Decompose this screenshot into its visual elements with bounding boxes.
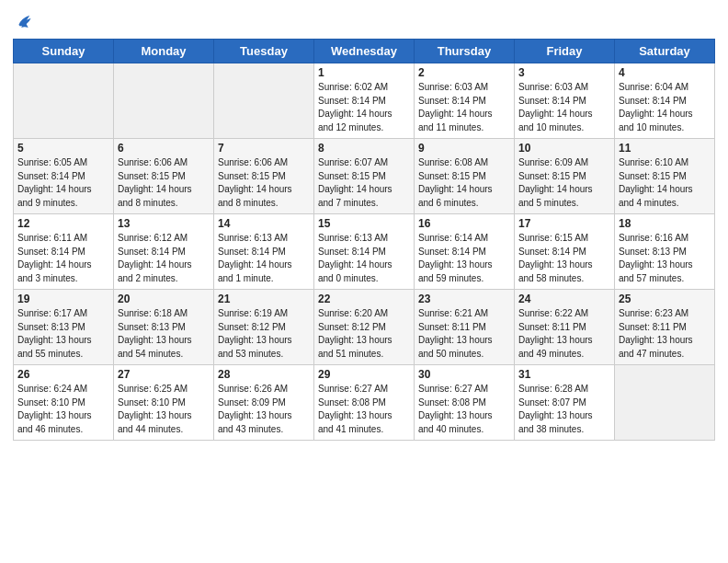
- calendar-week-row: 1Sunrise: 6:02 AM Sunset: 8:14 PM Daylig…: [14, 63, 715, 139]
- day-info: Sunrise: 6:17 AM Sunset: 8:13 PM Dayligh…: [17, 307, 109, 361]
- calendar-cell: 13Sunrise: 6:12 AM Sunset: 8:14 PM Dayli…: [114, 214, 214, 290]
- calendar-cell: 28Sunrise: 6:26 AM Sunset: 8:09 PM Dayli…: [214, 365, 314, 441]
- day-number: 30: [418, 368, 510, 381]
- day-number: 8: [318, 142, 410, 155]
- calendar-cell: 30Sunrise: 6:27 AM Sunset: 8:08 PM Dayli…: [415, 365, 515, 441]
- calendar-cell: 25Sunrise: 6:23 AM Sunset: 8:11 PM Dayli…: [615, 290, 715, 365]
- calendar-cell: 21Sunrise: 6:19 AM Sunset: 8:12 PM Dayli…: [214, 290, 314, 365]
- day-info: Sunrise: 6:22 AM Sunset: 8:11 PM Dayligh…: [518, 307, 610, 361]
- calendar-cell: 7Sunrise: 6:06 AM Sunset: 8:15 PM Daylig…: [214, 139, 314, 214]
- day-info: Sunrise: 6:14 AM Sunset: 8:14 PM Dayligh…: [418, 232, 510, 285]
- weekday-header-tuesday: Tuesday: [214, 40, 314, 63]
- calendar-cell: 23Sunrise: 6:21 AM Sunset: 8:11 PM Dayli…: [415, 290, 515, 365]
- day-info: Sunrise: 6:27 AM Sunset: 8:08 PM Dayligh…: [418, 383, 510, 436]
- calendar-cell: 3Sunrise: 6:03 AM Sunset: 8:14 PM Daylig…: [515, 63, 615, 139]
- day-number: 27: [118, 368, 210, 381]
- day-info: Sunrise: 6:13 AM Sunset: 8:14 PM Dayligh…: [218, 232, 310, 285]
- day-number: 31: [518, 368, 610, 381]
- day-info: Sunrise: 6:21 AM Sunset: 8:11 PM Dayligh…: [418, 307, 510, 361]
- day-info: Sunrise: 6:07 AM Sunset: 8:15 PM Dayligh…: [318, 156, 410, 210]
- day-number: 18: [619, 217, 711, 230]
- day-number: 2: [418, 66, 510, 79]
- day-number: 3: [518, 66, 610, 79]
- day-info: Sunrise: 6:02 AM Sunset: 8:14 PM Dayligh…: [318, 81, 410, 134]
- day-number: 13: [118, 217, 210, 230]
- calendar-cell: 27Sunrise: 6:25 AM Sunset: 8:10 PM Dayli…: [114, 365, 214, 441]
- day-info: Sunrise: 6:12 AM Sunset: 8:14 PM Dayligh…: [118, 232, 210, 285]
- calendar-cell: 20Sunrise: 6:18 AM Sunset: 8:13 PM Dayli…: [114, 290, 214, 365]
- day-number: 16: [418, 217, 510, 230]
- calendar-cell: 31Sunrise: 6:28 AM Sunset: 8:07 PM Dayli…: [515, 365, 615, 441]
- calendar-cell: 2Sunrise: 6:03 AM Sunset: 8:14 PM Daylig…: [415, 63, 515, 139]
- day-number: 22: [318, 293, 410, 305]
- day-info: Sunrise: 6:23 AM Sunset: 8:11 PM Dayligh…: [619, 307, 711, 361]
- day-info: Sunrise: 6:24 AM Sunset: 8:10 PM Dayligh…: [17, 383, 109, 436]
- calendar-cell: 5Sunrise: 6:05 AM Sunset: 8:14 PM Daylig…: [14, 139, 114, 214]
- day-number: 7: [218, 142, 310, 155]
- calendar-cell: 16Sunrise: 6:14 AM Sunset: 8:14 PM Dayli…: [415, 214, 515, 290]
- day-number: 17: [518, 217, 610, 230]
- day-info: Sunrise: 6:04 AM Sunset: 8:14 PM Dayligh…: [619, 81, 711, 134]
- calendar-week-row: 5Sunrise: 6:05 AM Sunset: 8:14 PM Daylig…: [14, 139, 715, 214]
- day-info: Sunrise: 6:06 AM Sunset: 8:15 PM Dayligh…: [118, 156, 210, 210]
- calendar-cell: [615, 365, 715, 441]
- logo: [13, 9, 35, 31]
- day-number: 20: [118, 293, 210, 305]
- calendar-cell: 15Sunrise: 6:13 AM Sunset: 8:14 PM Dayli…: [314, 214, 415, 290]
- calendar-cell: 4Sunrise: 6:04 AM Sunset: 8:14 PM Daylig…: [615, 63, 715, 139]
- weekday-header-friday: Friday: [515, 40, 615, 63]
- day-info: Sunrise: 6:20 AM Sunset: 8:12 PM Dayligh…: [318, 307, 410, 361]
- day-number: 9: [418, 142, 510, 155]
- day-info: Sunrise: 6:27 AM Sunset: 8:08 PM Dayligh…: [318, 383, 410, 436]
- weekday-header-row: SundayMondayTuesdayWednesdayThursdayFrid…: [14, 40, 715, 63]
- day-info: Sunrise: 6:03 AM Sunset: 8:14 PM Dayligh…: [418, 81, 510, 134]
- day-info: Sunrise: 6:09 AM Sunset: 8:15 PM Dayligh…: [518, 156, 610, 210]
- day-number: 29: [318, 368, 410, 381]
- day-info: Sunrise: 6:08 AM Sunset: 8:15 PM Dayligh…: [418, 156, 510, 210]
- calendar-cell: 8Sunrise: 6:07 AM Sunset: 8:15 PM Daylig…: [314, 139, 415, 214]
- day-number: 5: [17, 142, 109, 155]
- day-info: Sunrise: 6:06 AM Sunset: 8:15 PM Dayligh…: [218, 156, 310, 210]
- day-number: 21: [218, 293, 310, 305]
- day-info: Sunrise: 6:05 AM Sunset: 8:14 PM Dayligh…: [17, 156, 109, 210]
- weekday-header-sunday: Sunday: [14, 40, 114, 63]
- day-number: 15: [318, 217, 410, 230]
- day-info: Sunrise: 6:11 AM Sunset: 8:14 PM Dayligh…: [17, 232, 109, 285]
- day-number: 11: [619, 142, 711, 155]
- day-info: Sunrise: 6:25 AM Sunset: 8:10 PM Dayligh…: [118, 383, 210, 436]
- day-number: 4: [619, 66, 711, 79]
- calendar-cell: 11Sunrise: 6:10 AM Sunset: 8:15 PM Dayli…: [615, 139, 715, 214]
- calendar-cell: 26Sunrise: 6:24 AM Sunset: 8:10 PM Dayli…: [14, 365, 114, 441]
- day-number: 19: [17, 293, 109, 305]
- day-number: 1: [318, 66, 410, 79]
- day-info: Sunrise: 6:16 AM Sunset: 8:13 PM Dayligh…: [619, 232, 711, 285]
- weekday-header-saturday: Saturday: [615, 40, 715, 63]
- day-number: 10: [518, 142, 610, 155]
- calendar-cell: 9Sunrise: 6:08 AM Sunset: 8:15 PM Daylig…: [415, 139, 515, 214]
- day-number: 24: [518, 293, 610, 305]
- calendar-cell: 22Sunrise: 6:20 AM Sunset: 8:12 PM Dayli…: [314, 290, 415, 365]
- day-number: 23: [418, 293, 510, 305]
- day-info: Sunrise: 6:15 AM Sunset: 8:14 PM Dayligh…: [518, 232, 610, 285]
- calendar-cell: [214, 63, 314, 139]
- calendar-cell: 17Sunrise: 6:15 AM Sunset: 8:14 PM Dayli…: [515, 214, 615, 290]
- calendar-cell: 18Sunrise: 6:16 AM Sunset: 8:13 PM Dayli…: [615, 214, 715, 290]
- page: SundayMondayTuesdayWednesdayThursdayFrid…: [0, 0, 728, 563]
- day-number: 26: [17, 368, 109, 381]
- day-number: 14: [218, 217, 310, 230]
- weekday-header-monday: Monday: [114, 40, 214, 63]
- calendar-cell: 29Sunrise: 6:27 AM Sunset: 8:08 PM Dayli…: [314, 365, 415, 441]
- calendar-week-row: 26Sunrise: 6:24 AM Sunset: 8:10 PM Dayli…: [14, 365, 715, 441]
- day-info: Sunrise: 6:19 AM Sunset: 8:12 PM Dayligh…: [218, 307, 310, 361]
- calendar-cell: 12Sunrise: 6:11 AM Sunset: 8:14 PM Dayli…: [14, 214, 114, 290]
- day-info: Sunrise: 6:10 AM Sunset: 8:15 PM Dayligh…: [619, 156, 711, 210]
- logo-bird-icon: [15, 11, 35, 31]
- calendar-cell: 10Sunrise: 6:09 AM Sunset: 8:15 PM Dayli…: [515, 139, 615, 214]
- day-number: 6: [118, 142, 210, 155]
- weekday-header-wednesday: Wednesday: [314, 40, 415, 63]
- calendar-cell: [14, 63, 114, 139]
- day-info: Sunrise: 6:03 AM Sunset: 8:14 PM Dayligh…: [518, 81, 610, 134]
- day-number: 28: [218, 368, 310, 381]
- day-info: Sunrise: 6:26 AM Sunset: 8:09 PM Dayligh…: [218, 383, 310, 436]
- day-number: 12: [17, 217, 109, 230]
